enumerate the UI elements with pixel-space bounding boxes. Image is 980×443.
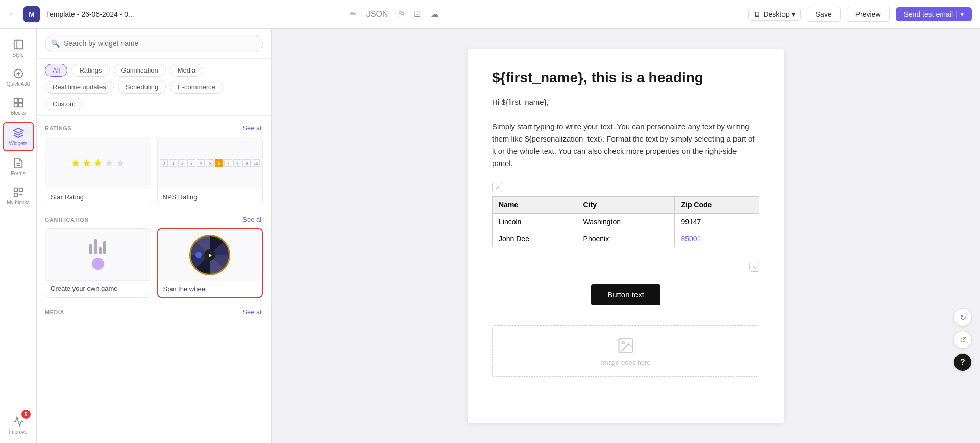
sidebar-item-blocks[interactable]: Blocks (3, 93, 34, 120)
gamification-grid: Create your own game Spin the wheel (45, 228, 263, 298)
ratings-section-header: RATINGS See all (45, 124, 263, 132)
email-greeting[interactable]: Hi ${first_name}, (492, 96, 760, 108)
spin-wheel-preview (158, 229, 262, 281)
nps-8: 8 (233, 159, 241, 167)
star-3: ★ (93, 157, 103, 169)
filter-ratings[interactable]: Ratings (71, 64, 109, 77)
table-header-row: Name City Zip Code (493, 197, 760, 214)
ratings-grid: ★ ★ ★ ★ ★ Star Rating 0 1 (45, 137, 263, 205)
cell-lincoln-name: Lincoln (493, 214, 577, 230)
star-2: ★ (82, 157, 91, 169)
col-city: City (577, 197, 675, 214)
nps-10: 10 (252, 159, 260, 167)
edit-icon[interactable]: ✏ (350, 9, 356, 19)
refresh-tool[interactable]: ↻ (953, 308, 972, 327)
svg-rect-6 (18, 99, 22, 102)
data-table: Name City Zip Code Lincoln Washington 99… (492, 196, 760, 247)
bar-4 (103, 241, 106, 254)
image-placeholder-text: Image goes here (601, 359, 651, 366)
back-button[interactable]: ← (8, 9, 17, 19)
star-1: ★ (71, 157, 80, 169)
sidebar-item-widgets[interactable]: Widgets (3, 122, 34, 151)
star-rating-card[interactable]: ★ ★ ★ ★ ★ Star Rating (45, 137, 151, 205)
col-zip: Zip Code (675, 197, 760, 214)
sidebar-item-quick-add[interactable]: Quick Add (3, 64, 34, 91)
help-tool[interactable]: ? (953, 353, 972, 371)
star-rating-label: Star Rating (45, 189, 151, 205)
search-input[interactable] (45, 35, 263, 52)
filter-media[interactable]: Media (170, 64, 203, 77)
cloud-icon[interactable]: ☁ (431, 9, 439, 19)
main-content: Style Quick Add Blocks Widgets Forms My … (0, 29, 980, 443)
game-bars (89, 239, 106, 254)
nps-rating-card[interactable]: 0 1 2 3 4 5 6 7 8 9 10 NPS (157, 137, 263, 205)
sidebar-item-improve[interactable]: 5 Improve (3, 412, 34, 443)
game-preview (45, 229, 151, 280)
media-section-title: MEDIA (45, 309, 64, 315)
svg-rect-5 (14, 99, 17, 102)
nps-6: 6 (215, 159, 223, 167)
svg-point-15 (622, 341, 625, 344)
sidebar-item-style[interactable]: Style (3, 35, 34, 62)
device-selector[interactable]: 🖥 Desktop ▾ (748, 8, 800, 21)
col-name: Name (493, 197, 577, 214)
email-body-text[interactable]: Simply start typing to write your text. … (492, 121, 760, 170)
filter-chips: All Ratings Gamification Media Real time… (37, 59, 271, 116)
nps-2: 2 (178, 159, 186, 167)
json-button[interactable]: JSON (366, 10, 388, 19)
send-test-email-button[interactable]: Send test email ▾ (896, 7, 972, 21)
nps-9: 9 (242, 159, 251, 167)
gamification-see-all[interactable]: See all (242, 216, 263, 223)
icon-sidebar: Style Quick Add Blocks Widgets Forms My … (0, 29, 37, 443)
filter-ecommerce[interactable]: E-commerce (170, 81, 223, 94)
desktop-icon: 🖥 (754, 10, 761, 18)
filter-all[interactable]: All (45, 64, 67, 77)
table-row: John Dee Phoenix 85001 (493, 230, 760, 247)
history-tool[interactable]: ↺ (953, 331, 972, 349)
game-visual (89, 239, 106, 270)
send-chevron-icon: ▾ (956, 11, 964, 18)
media-see-all[interactable]: See all (242, 308, 263, 316)
star-icons: ★ ★ ★ ★ ★ (71, 157, 125, 169)
sidebar-item-my-blocks[interactable]: My blocks (3, 182, 34, 209)
svg-rect-11 (14, 188, 17, 191)
bar-3 (99, 247, 102, 254)
spin-wheel-card[interactable]: Spin the wheel (157, 228, 263, 298)
save-button[interactable]: Save (807, 7, 841, 22)
email-canvas: ${first_name}, this is a heading Hi ${fi… (468, 49, 784, 423)
preview-button[interactable]: Preview (847, 7, 890, 22)
email-button[interactable]: Button text (591, 284, 660, 305)
filter-custom[interactable]: Custom (45, 98, 83, 110)
filter-realtime[interactable]: Real time updates (45, 81, 114, 94)
image-placeholder: Image goes here (492, 325, 760, 377)
create-own-game-card[interactable]: Create your own game (45, 228, 151, 298)
cell-lincoln-city: Washington (577, 214, 675, 230)
spin-wheel-label: Spin the wheel (158, 281, 262, 297)
share-icon[interactable]: ⎘ (399, 10, 404, 19)
cell-johndee-name: John Dee (493, 230, 577, 247)
table-resize-br[interactable]: ⤡ (749, 262, 760, 272)
nps-0: 0 (160, 159, 168, 167)
svg-rect-8 (18, 103, 22, 107)
logo: M (23, 6, 40, 22)
gamification-section-header: GAMIFICATION See all (45, 216, 263, 223)
gamification-section-title: GAMIFICATION (45, 217, 89, 223)
filter-gamification[interactable]: Gamification (114, 64, 166, 77)
spin-play-button (204, 249, 215, 261)
export-icon[interactable]: ⊡ (414, 9, 421, 19)
filter-scheduling[interactable]: Scheduling (118, 81, 166, 94)
email-heading[interactable]: ${first_name}, this is a heading (492, 69, 760, 86)
media-section-header: MEDIA See all (45, 308, 263, 316)
bar-1 (89, 244, 92, 254)
widget-panel: 🔍 All Ratings Gamification Media Real ti… (37, 29, 272, 443)
ratings-section-title: RATINGS (45, 125, 71, 131)
svg-rect-12 (19, 188, 22, 191)
search-icon: 🔍 (51, 39, 60, 48)
sidebar-item-forms[interactable]: Forms (3, 153, 34, 180)
table-resize-tl[interactable]: ⤢ (492, 182, 502, 192)
nps-1: 1 (169, 159, 177, 167)
cell-lincoln-zip: 99147 (675, 214, 760, 230)
svg-rect-0 (14, 40, 22, 49)
ratings-see-all[interactable]: See all (242, 124, 263, 132)
star-rating-preview: ★ ★ ★ ★ ★ (45, 137, 151, 189)
